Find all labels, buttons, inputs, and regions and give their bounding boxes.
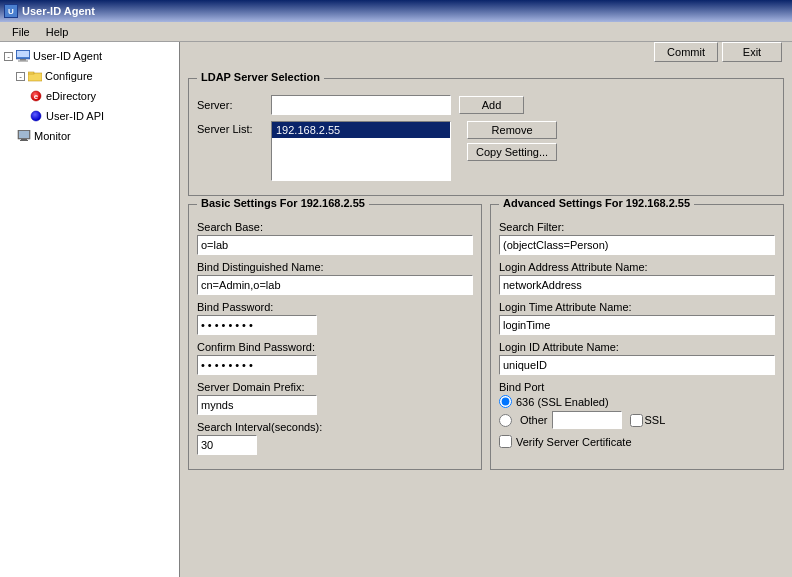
folder-icon	[27, 68, 43, 84]
login-time-attr-label: Login Time Attribute Name:	[499, 301, 775, 313]
circle-blue-icon	[28, 108, 44, 124]
left-panel: - User-ID Agent - Configure	[0, 42, 180, 577]
right-panel: LDAP Server Selection Server: Add Server…	[180, 42, 792, 577]
copy-settings-button[interactable]: Copy Setting...	[467, 143, 557, 161]
ssl-checkbox-container: SSL	[630, 414, 666, 427]
main-container: - User-ID Agent - Configure	[0, 42, 792, 577]
svg-rect-1	[17, 51, 29, 57]
server-row: Server: Add	[197, 95, 775, 115]
exit-button[interactable]: Exit	[722, 42, 782, 62]
ldap-section: LDAP Server Selection Server: Add Server…	[188, 78, 784, 196]
verify-cert-label: Verify Server Certificate	[516, 436, 632, 448]
server-input[interactable]	[271, 95, 451, 115]
svg-rect-11	[21, 139, 27, 140]
ssl-enabled-option: 636 (SSL Enabled)	[499, 395, 775, 408]
ldap-buttons: Remove Copy Setting...	[467, 121, 557, 165]
bind-password-input[interactable]	[197, 315, 317, 335]
circle-red-icon: e	[28, 88, 44, 104]
search-base-input[interactable]	[197, 235, 473, 255]
add-button[interactable]: Add	[459, 96, 524, 114]
tree-item-configure[interactable]: - Configure	[4, 66, 175, 86]
tree-label-configure: Configure	[45, 70, 93, 82]
bind-port-radio-group: 636 (SSL Enabled) Other SSL	[499, 395, 775, 429]
ssl-checkbox[interactable]	[630, 414, 643, 427]
title-bar-icon: U	[4, 4, 18, 18]
expand-user-id-agent[interactable]: -	[4, 52, 13, 61]
search-filter-input[interactable]	[499, 235, 775, 255]
bind-password-label: Bind Password:	[197, 301, 473, 313]
login-address-attr-label: Login Address Attribute Name:	[499, 261, 775, 273]
other-port-input[interactable]	[552, 411, 622, 429]
other-option: Other SSL	[499, 411, 775, 429]
verify-cert-checkbox[interactable]	[499, 435, 512, 448]
login-id-attr-input[interactable]	[499, 355, 775, 375]
menu-file[interactable]: File	[4, 24, 38, 40]
toolbar: Commit Exit	[654, 42, 782, 62]
search-interval-label: Search Interval(seconds):	[197, 421, 473, 433]
tree-label-edirectory: eDirectory	[46, 90, 96, 102]
svg-point-8	[31, 111, 41, 121]
tree-label-userid-api: User-ID API	[46, 110, 104, 122]
bottom-sections: Basic Settings For 192.168.2.55 Search B…	[188, 204, 784, 470]
confirm-bind-password-input[interactable]	[197, 355, 317, 375]
menu-help[interactable]: Help	[38, 24, 77, 40]
login-time-attr-input[interactable]	[499, 315, 775, 335]
basic-settings-panel: Basic Settings For 192.168.2.55 Search B…	[188, 204, 482, 470]
bind-dn-label: Bind Distinguished Name:	[197, 261, 473, 273]
bind-port-label: Bind Port	[499, 381, 775, 393]
bind-dn-input[interactable]	[197, 275, 473, 295]
server-list-row: Server List: 192.168.2.55 Remove Copy Se…	[197, 121, 775, 181]
svg-rect-10	[19, 131, 29, 138]
svg-rect-3	[18, 61, 28, 62]
server-list[interactable]: 192.168.2.55	[271, 121, 451, 181]
server-list-item[interactable]: 192.168.2.55	[272, 122, 450, 138]
basic-settings-title: Basic Settings For 192.168.2.55	[197, 197, 369, 209]
other-radio[interactable]	[499, 414, 512, 427]
ssl-label: SSL	[645, 414, 666, 426]
tree-label-user-id-agent: User-ID Agent	[33, 50, 102, 62]
svg-rect-5	[28, 72, 34, 74]
other-radio-row: Other SSL	[499, 411, 665, 429]
confirm-bind-password-label: Confirm Bind Password:	[197, 341, 473, 353]
svg-rect-2	[20, 59, 26, 61]
verify-cert-container: Verify Server Certificate	[499, 435, 775, 448]
svg-rect-12	[20, 140, 28, 141]
ssl-enabled-label: 636 (SSL Enabled)	[516, 396, 609, 408]
server-label: Server:	[197, 99, 267, 111]
server-domain-prefix-label: Server Domain Prefix:	[197, 381, 473, 393]
commit-button[interactable]: Commit	[654, 42, 718, 62]
title-bar-text: User-ID Agent	[22, 5, 95, 17]
other-label: Other	[520, 414, 548, 426]
tree-label-monitor: Monitor	[34, 130, 71, 142]
tree-item-userid-api[interactable]: User-ID API	[4, 106, 175, 126]
remove-button[interactable]: Remove	[467, 121, 557, 139]
search-base-label: Search Base:	[197, 221, 473, 233]
server-domain-prefix-input[interactable]	[197, 395, 317, 415]
login-id-attr-label: Login ID Attribute Name:	[499, 341, 775, 353]
advanced-settings-title: Advanced Settings For 192.168.2.55	[499, 197, 694, 209]
expand-configure[interactable]: -	[16, 72, 25, 81]
advanced-settings-panel: Advanced Settings For 192.168.2.55 Searc…	[490, 204, 784, 470]
tree-item-user-id-agent[interactable]: - User-ID Agent	[4, 46, 175, 66]
search-interval-input[interactable]	[197, 435, 257, 455]
monitor-icon	[16, 128, 32, 144]
server-list-label: Server List:	[197, 123, 267, 135]
menu-bar: File Help	[0, 22, 792, 42]
tree-item-edirectory[interactable]: e eDirectory	[4, 86, 175, 106]
svg-text:e: e	[34, 92, 39, 101]
title-bar: U User-ID Agent	[0, 0, 792, 22]
computer-icon	[15, 48, 31, 64]
login-address-attr-input[interactable]	[499, 275, 775, 295]
tree-item-monitor[interactable]: Monitor	[4, 126, 175, 146]
ssl-enabled-radio[interactable]	[499, 395, 512, 408]
ldap-section-title: LDAP Server Selection	[197, 71, 324, 83]
search-filter-label: Search Filter:	[499, 221, 775, 233]
